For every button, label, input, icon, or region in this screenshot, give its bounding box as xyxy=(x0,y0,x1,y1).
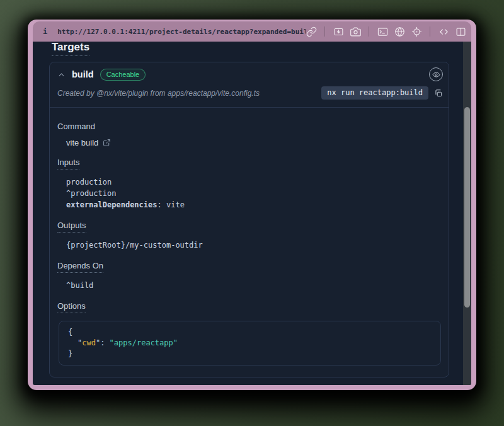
open-devtools-button[interactable] xyxy=(438,26,449,37)
split-view-button[interactable] xyxy=(455,26,466,37)
input-item: production xyxy=(66,176,449,188)
toolbar-divider xyxy=(324,26,325,37)
split-panel-icon xyxy=(455,26,466,37)
json-cwd-line: "cwd": "apps/reactapp" xyxy=(68,338,432,348)
url-bar[interactable]: http://127.0.0.1:4211/project-details/re… xyxy=(57,28,306,36)
code-icon xyxy=(438,26,449,37)
input-item: ^production xyxy=(66,188,449,199)
terminal-icon xyxy=(377,26,388,37)
json-open-brace: { xyxy=(68,327,432,338)
toolbar-divider xyxy=(369,26,369,37)
save-button[interactable] xyxy=(333,26,344,37)
created-by-row: Created by @nx/vite/plugin from apps/rea… xyxy=(50,84,449,108)
toolbar-divider xyxy=(430,26,430,37)
inspect-button[interactable] xyxy=(411,26,422,37)
page-title[interactable]: Targets xyxy=(52,42,89,56)
build-card-header[interactable]: build Cacheable xyxy=(50,62,449,84)
command-value-row: vite build xyxy=(66,138,449,147)
scrollbar-track[interactable] xyxy=(463,42,471,385)
globe-icon xyxy=(394,26,405,37)
camera-icon xyxy=(350,26,361,37)
json-close-brace: } xyxy=(68,348,432,359)
command-value: vite build xyxy=(66,138,98,147)
info-icon: i xyxy=(40,27,50,36)
depends-on-item: ^build xyxy=(66,280,449,291)
browser-toolbar: i http://127.0.0.1:4211/project-details/… xyxy=(33,21,471,42)
input-item: externalDependencies: vite xyxy=(66,199,449,210)
external-link-icon xyxy=(103,139,111,147)
outputs-section-label[interactable]: Outputs xyxy=(57,221,86,233)
inputs-list: production ^production externalDependenc… xyxy=(66,176,449,210)
browser-window: i http://127.0.0.1:4211/project-details/… xyxy=(28,20,476,390)
save-icon xyxy=(333,26,344,37)
page-content: Targets build Cacheable Created by @nx/v… xyxy=(33,42,471,385)
scrollbar-thumb[interactable] xyxy=(464,107,470,308)
created-by-text: Created by @nx/vite/plugin from apps/rea… xyxy=(57,89,260,98)
run-command-chip: nx run reactapp:build xyxy=(321,86,428,100)
target-name: build xyxy=(72,69,94,79)
toolbar-actions xyxy=(306,26,466,37)
open-config-button[interactable] xyxy=(103,139,111,147)
output-item: {projectRoot}/my-custom-outdir xyxy=(66,239,449,251)
link-button[interactable] xyxy=(306,26,317,37)
view-in-graph-button[interactable] xyxy=(429,67,443,81)
copy-command-button[interactable] xyxy=(433,88,444,98)
screenshot-button[interactable] xyxy=(350,26,361,37)
target-card-build: build Cacheable Created by @nx/vite/plug… xyxy=(49,62,449,377)
depends-on-section-label[interactable]: Depends On xyxy=(57,261,103,273)
options-json-block: { "cwd": "apps/reactapp" } xyxy=(59,321,441,366)
eye-icon xyxy=(432,71,440,79)
depends-on-list: ^build xyxy=(66,280,449,291)
link-icon xyxy=(306,26,317,37)
cacheable-badge: Cacheable xyxy=(100,69,146,81)
inputs-section-label[interactable]: Inputs xyxy=(57,158,79,170)
outputs-list: {projectRoot}/my-custom-outdir xyxy=(66,239,449,251)
terminal-button[interactable] xyxy=(377,26,388,37)
target-icon xyxy=(411,26,422,37)
build-card-body: Command vite build Inputs production ^pr… xyxy=(50,108,449,377)
options-section-label[interactable]: Options xyxy=(57,301,86,313)
chevron-up-icon[interactable] xyxy=(57,71,66,79)
copy-icon xyxy=(434,89,443,98)
command-section-label: Command xyxy=(57,122,95,131)
network-button[interactable] xyxy=(394,26,405,37)
